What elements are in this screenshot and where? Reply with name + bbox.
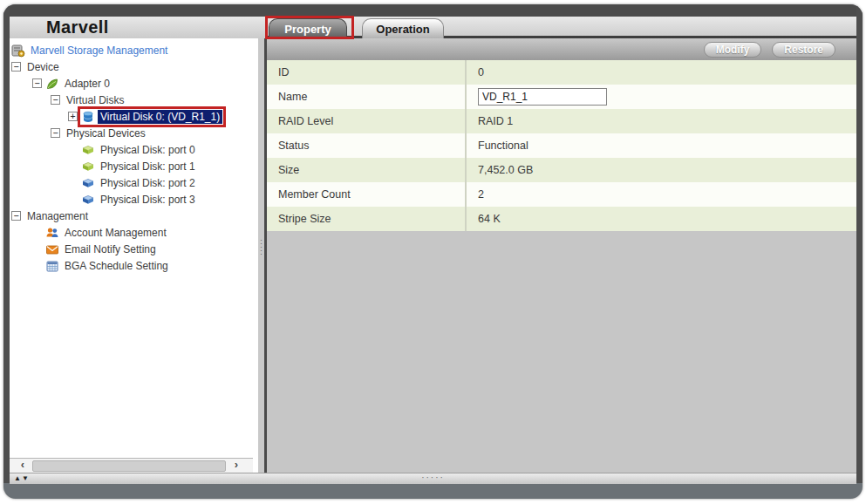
property-row: Size 7,452.0 GB [267,158,856,182]
virtual-disk-icon [81,110,95,124]
window-frame-right [856,4,863,483]
calendar-icon [45,259,59,273]
tree-item-label: Physical Devices [64,126,148,140]
property-toolbar: Modify Restore [267,38,856,60]
tree-item-label: Physical Disk: port 2 [98,176,198,190]
bottom-status-bar: ▲▼ ····· [10,473,856,484]
tree-item-label: Physical Disk: port 3 [98,193,198,207]
property-label: Member Count [267,188,465,201]
marvell-logo: Marvell [46,17,109,37]
tree-item-label: Virtual Disks [64,93,126,107]
splitter-grip-icon[interactable]: ····· [258,239,264,256]
physical-disk-blue-icon [81,176,95,190]
collapse-toggle-icon[interactable]: − [11,211,21,221]
storage-management-icon [11,44,25,58]
tree-item[interactable]: BGA Schedule Setting [10,257,258,274]
window-frame-left [3,4,10,483]
physical-disk-green-icon [81,160,95,174]
property-label: ID [267,66,465,78]
email-icon [45,242,59,256]
tree-item-label: Physical Disk: port 0 [98,143,198,157]
collapse-toggle-icon[interactable]: − [51,95,60,105]
tree-item-label: Email Notify Setting [62,242,159,256]
property-row: Member Count 2 [267,182,856,207]
panel-splitter[interactable]: ····· [258,38,264,473]
property-row: Stripe Size 64 K [267,207,856,231]
property-panel: Modify Restore ID 0 Name RAID Level RAID… [267,38,856,473]
modify-button[interactable]: Modify [704,42,762,58]
property-value: RAID 1 [465,109,856,133]
property-label: RAID Level [267,115,465,127]
property-label: Status [267,140,465,152]
tree-item-label: Virtual Disk 0: (VD_R1_1) [98,110,222,124]
app-window: Marvell Property Operation Marvell Stora… [3,4,863,499]
property-row: Status Functional [267,133,856,158]
tree-item[interactable]: Email Notify Setting [10,241,258,257]
tree-item[interactable]: Physical Disk: port 2 [10,174,258,191]
tree-item-label: Physical Disk: port 1 [98,160,198,174]
tree-item-label: Device [24,60,62,74]
scroll-up-down-icon[interactable]: ▲▼ [14,474,30,482]
restore-button[interactable]: Restore [772,42,835,58]
tree-item[interactable]: − Device [10,58,258,75]
collapse-toggle-icon[interactable]: − [32,78,42,88]
device-tree: Marvell Storage Management − Device − Ad… [10,38,258,274]
property-label: Stripe Size [267,213,465,225]
scroll-left-icon[interactable]: ‹ [17,459,29,472]
window-frame-top [3,4,863,17]
property-value: 2 [465,182,856,207]
tree-horizontal-scrollbar[interactable]: ‹ › [10,458,253,473]
property-value: 7,452.0 GB [465,158,856,182]
property-row: ID 0 [267,60,856,85]
bottom-grip-icon[interactable]: ····· [421,473,445,482]
physical-disk-blue-icon [81,193,95,207]
property-value: 0 [465,60,856,85]
tree-item[interactable]: Physical Disk: port 0 [10,141,258,158]
adapter-icon [45,77,59,91]
device-tree-panel: Marvell Storage Management − Device − Ad… [10,38,258,473]
tab-operation[interactable]: Operation [362,18,444,38]
scrollbar-thumb[interactable] [32,460,226,472]
tree-item[interactable]: − Virtual Disks [10,92,258,108]
property-value: 64 K [465,207,856,231]
property-value [465,85,856,109]
tree-item[interactable]: − Physical Devices [10,125,258,141]
tree-item[interactable]: − Adapter 0 [10,75,258,92]
property-table: ID 0 Name RAID Level RAID 1 Status Funct… [267,60,856,231]
vd-name-input[interactable] [478,88,607,106]
physical-disk-green-icon [81,143,95,157]
property-label: Name [267,91,465,103]
tab-property[interactable]: Property [269,18,347,38]
tree-item[interactable]: + Virtual Disk 0: (VD_R1_1) [10,108,258,125]
tree-item-label: Adapter 0 [62,77,113,91]
tree-item[interactable]: Marvell Storage Management [10,42,258,58]
tree-item-label: Account Management [62,226,169,240]
scroll-right-icon[interactable]: › [230,459,242,472]
tab-strip-underline [267,36,856,38]
tree-item[interactable]: Physical Disk: port 1 [10,158,258,174]
tree-item[interactable]: Physical Disk: port 3 [10,191,258,208]
tree-item-label: Marvell Storage Management [28,44,170,58]
expand-toggle-icon[interactable]: + [68,112,78,121]
property-value: Functional [465,133,856,158]
account-icon [45,226,59,240]
property-label: Size [267,164,465,176]
collapse-toggle-icon[interactable]: − [51,128,60,138]
tree-item[interactable]: Account Management [10,224,258,241]
property-row: RAID Level RAID 1 [267,109,856,133]
tree-item[interactable]: − Management [10,208,258,224]
tree-item-label: BGA Schedule Setting [62,259,171,273]
tree-item-label: Management [24,209,91,223]
collapse-toggle-icon[interactable]: − [11,62,21,72]
property-row: Name [267,85,856,109]
